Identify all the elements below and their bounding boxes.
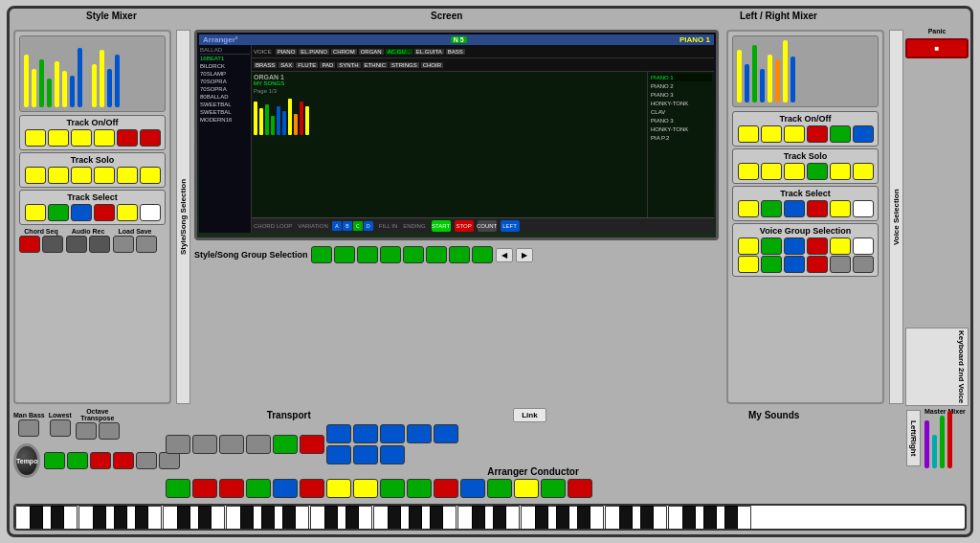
my-sounds-8[interactable] bbox=[380, 445, 405, 464]
slider-11[interactable] bbox=[107, 69, 112, 107]
var-c-btn[interactable]: C bbox=[353, 221, 363, 231]
screen-synth-btn[interactable]: SYNTH bbox=[337, 62, 360, 68]
style-song-selection-bar[interactable]: Style/Song Selection bbox=[175, 30, 190, 404]
r-select-2[interactable] bbox=[761, 200, 782, 217]
screen-piap2-item[interactable]: PIA P.2 bbox=[650, 134, 712, 142]
arr-9[interactable] bbox=[380, 479, 405, 498]
fader-9[interactable] bbox=[300, 102, 303, 135]
screen-choir-btn[interactable]: CHOIR bbox=[421, 62, 443, 68]
slider-9[interactable] bbox=[92, 64, 97, 107]
track-solo-btn-3[interactable] bbox=[71, 167, 92, 184]
tempo-knob[interactable]: Tempo bbox=[13, 443, 40, 478]
track-select-btn-3[interactable] bbox=[71, 204, 92, 221]
black-key[interactable] bbox=[619, 506, 633, 531]
screen-strings-btn[interactable]: STRINGS bbox=[390, 62, 419, 68]
chord-seq-btn-2[interactable] bbox=[42, 236, 63, 253]
style-grp-6[interactable] bbox=[426, 246, 447, 263]
transport-btn-1[interactable] bbox=[166, 435, 190, 454]
black-key[interactable] bbox=[556, 506, 569, 531]
my-sounds-7[interactable] bbox=[353, 445, 378, 464]
track-select-btn-2[interactable] bbox=[48, 204, 69, 221]
fader-8[interactable] bbox=[294, 114, 298, 135]
black-key[interactable] bbox=[703, 506, 717, 531]
mm-slider-4[interactable] bbox=[947, 411, 952, 468]
arr-12[interactable] bbox=[460, 479, 485, 498]
black-key[interactable] bbox=[345, 506, 359, 531]
voice-selection-bar[interactable]: Voice Selection bbox=[888, 30, 903, 404]
black-key[interactable] bbox=[324, 506, 338, 531]
track-select-btn-5[interactable] bbox=[117, 204, 138, 221]
screen-item-9[interactable]: MODERN16 bbox=[200, 116, 250, 124]
fader-4[interactable] bbox=[271, 116, 275, 135]
r-solo-2[interactable] bbox=[761, 163, 782, 180]
arr-14[interactable] bbox=[514, 479, 539, 498]
slider-2[interactable] bbox=[32, 69, 36, 107]
track-solo-btn-1[interactable] bbox=[25, 167, 46, 184]
screen-ethnic-btn[interactable]: ETHNIC bbox=[363, 62, 388, 68]
fader-10[interactable] bbox=[305, 106, 309, 135]
screen-stop-btn[interactable]: STOP bbox=[455, 220, 474, 232]
arr-11[interactable] bbox=[434, 479, 458, 498]
style-grp-3[interactable] bbox=[357, 246, 378, 263]
slider-12[interactable] bbox=[115, 55, 120, 107]
page-btn-left[interactable]: ◀ bbox=[496, 248, 513, 262]
panic-button[interactable]: ■ bbox=[905, 38, 969, 58]
slider-8[interactable] bbox=[78, 48, 82, 107]
vg-12[interactable] bbox=[853, 256, 874, 273]
track-solo-btn-2[interactable] bbox=[48, 167, 69, 184]
screen-piano3b-item[interactable]: PIANO 3 bbox=[650, 117, 712, 124]
screen-piano-btn[interactable]: PIANO bbox=[276, 49, 298, 55]
screen-elgu-btn[interactable]: EL.GUITA bbox=[414, 49, 444, 55]
fader-7[interactable] bbox=[288, 99, 292, 135]
audio-rec-btn-1[interactable] bbox=[66, 236, 87, 253]
r-select-1[interactable] bbox=[738, 200, 759, 217]
right-slider-1[interactable] bbox=[737, 50, 742, 102]
r-onoff-5[interactable] bbox=[830, 125, 851, 143]
track-onoff-btn-2[interactable] bbox=[48, 129, 69, 147]
screen-piano2-item[interactable]: PIANO 2 bbox=[650, 82, 712, 90]
screen-flute-btn[interactable]: FLUTE bbox=[296, 62, 318, 68]
style-song-selection-label[interactable]: Style/Song Selection bbox=[176, 30, 190, 404]
var-b-btn[interactable]: B bbox=[343, 221, 352, 231]
vg-8[interactable] bbox=[761, 256, 782, 273]
slider-3[interactable] bbox=[39, 59, 44, 107]
vg-1[interactable] bbox=[738, 238, 759, 255]
r-solo-4[interactable] bbox=[807, 163, 828, 180]
vg-10[interactable] bbox=[807, 256, 828, 273]
mm-slider-3[interactable] bbox=[940, 416, 945, 468]
style-grp-1[interactable] bbox=[311, 246, 332, 263]
black-key[interactable] bbox=[51, 506, 64, 531]
slider-10[interactable] bbox=[100, 50, 104, 107]
arr-15[interactable] bbox=[541, 479, 566, 498]
var-d-btn[interactable]: D bbox=[364, 221, 373, 231]
transport-btn-2[interactable] bbox=[192, 435, 217, 454]
black-key[interactable] bbox=[93, 506, 106, 531]
black-key[interactable] bbox=[282, 506, 296, 531]
keyboard-2nd-voice-label[interactable]: Keyboard 2nd Voice bbox=[905, 328, 969, 406]
sg-btn-1[interactable] bbox=[44, 452, 65, 469]
vg-4[interactable] bbox=[807, 238, 828, 255]
right-slider-8[interactable] bbox=[791, 57, 795, 102]
black-key[interactable] bbox=[682, 506, 696, 531]
track-onoff-btn-5[interactable] bbox=[117, 129, 138, 147]
arr-8[interactable] bbox=[353, 479, 378, 498]
my-sounds-4[interactable] bbox=[407, 424, 432, 443]
screen-item-4[interactable]: 70SOPRA bbox=[200, 78, 250, 85]
black-key[interactable] bbox=[30, 506, 43, 531]
style-grp-2[interactable] bbox=[334, 246, 355, 263]
black-key[interactable] bbox=[535, 506, 548, 531]
fader-2[interactable] bbox=[259, 108, 263, 135]
screen-brass-btn[interactable]: BRASS bbox=[254, 62, 277, 68]
r-onoff-4[interactable] bbox=[807, 125, 828, 143]
track-select-btn-4[interactable] bbox=[94, 204, 115, 221]
black-key[interactable] bbox=[577, 506, 590, 531]
man-bass-btn[interactable] bbox=[18, 419, 39, 437]
r-select-3[interactable] bbox=[784, 200, 805, 217]
screen-item-5[interactable]: 70SOPRA bbox=[200, 85, 250, 93]
sg-btn-2[interactable] bbox=[67, 452, 88, 469]
sg-btn-3[interactable] bbox=[90, 452, 111, 469]
screen-clav-item[interactable]: CLAV bbox=[650, 108, 712, 116]
arr-2[interactable] bbox=[192, 479, 217, 498]
black-key[interactable] bbox=[472, 506, 485, 531]
screen-item-8[interactable]: SWEETBAL bbox=[200, 108, 250, 116]
